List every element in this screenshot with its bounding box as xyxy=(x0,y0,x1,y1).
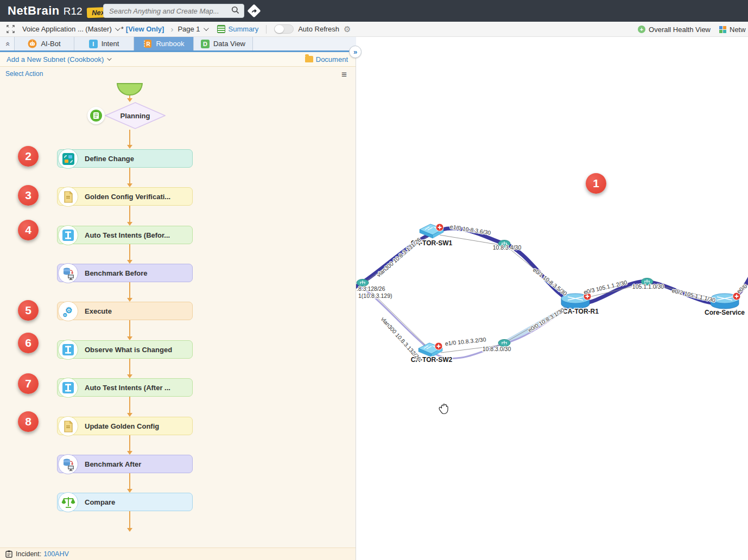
panel-tabs: » AI-Bot I Intent R Runbook D Data View xyxy=(0,37,356,52)
flow-arrow xyxy=(129,320,130,336)
incident-bar: Incident: 100AHV xyxy=(0,548,356,560)
intent-icon xyxy=(58,225,78,245)
flow-arrowhead xyxy=(127,98,132,102)
link-label: 10.8.3.4/30 xyxy=(493,244,522,251)
flow-arrow xyxy=(129,359,130,374)
menu-icon[interactable]: ≡ xyxy=(341,69,347,80)
flow-arrowhead xyxy=(127,413,132,417)
link-label: e0/0 10.8.3.1/30 xyxy=(527,307,565,333)
search-icon[interactable] xyxy=(231,6,239,16)
flow-arrowhead xyxy=(127,489,132,493)
intent-icon xyxy=(58,378,78,398)
annotation-badge-3: 3 xyxy=(18,185,39,206)
runbook-step-observe-what-is-changed[interactable]: Observe What is Changed xyxy=(57,340,193,359)
intent-icon xyxy=(58,340,78,360)
tab-label: AI-Bot xyxy=(41,40,60,48)
alert-plus-icon xyxy=(436,224,443,231)
data-view-icon: D xyxy=(201,40,210,48)
flow-arrowhead xyxy=(127,336,132,340)
step-label: Auto Test Intents (After ... xyxy=(85,384,170,392)
overall-health-icon[interactable]: + xyxy=(638,26,645,33)
view-only-label[interactable]: [View Only] xyxy=(126,25,164,33)
network-grid-icon[interactable] xyxy=(719,26,726,33)
summary-icon[interactable] xyxy=(217,25,225,33)
search-input[interactable] xyxy=(104,7,231,15)
collapse-panel-icon[interactable]: » xyxy=(0,37,14,50)
global-search[interactable] xyxy=(103,4,244,18)
doc-icon xyxy=(58,187,78,207)
planning-label: Planning xyxy=(105,102,166,129)
annotation-badge-4: 4 xyxy=(18,220,39,240)
runbook-panel: Add a New Subnet (Cookbook) Document Sel… xyxy=(0,52,356,560)
step-label: Benchmark Before xyxy=(85,269,148,277)
device-label: CA-TOR-R1 xyxy=(563,308,599,315)
ai-bot-icon xyxy=(28,39,37,48)
logo-version: R12 xyxy=(64,5,83,17)
flow-arrow xyxy=(129,473,130,489)
annotation-badge-2: 2 xyxy=(18,146,39,167)
link-label: 105.1.1.0/30 xyxy=(632,283,664,290)
network-link[interactable]: Netw xyxy=(730,26,748,34)
add-subnet-dropdown[interactable]: Add a New Subnet (Cookbook) xyxy=(7,55,110,63)
incident-icon xyxy=(5,550,12,558)
flow-start-node[interactable] xyxy=(117,83,143,96)
annotation-badge-5: 5 xyxy=(18,300,39,321)
compare-icon xyxy=(58,492,78,512)
flow-arrowhead xyxy=(127,183,132,187)
step-label: Golden Config Verificati... xyxy=(85,193,170,201)
document-link[interactable]: Document xyxy=(305,55,348,63)
runbook-step-benchmark-before[interactable]: Benchmark Before xyxy=(57,264,193,282)
planning-icon xyxy=(87,107,105,124)
folder-icon xyxy=(305,56,313,62)
share-map-icon[interactable] xyxy=(247,4,261,17)
expand-panel-icon[interactable]: » xyxy=(349,46,362,58)
runbook-step-golden-config-verificati[interactable]: Golden Config Verificati... xyxy=(57,187,193,206)
runbook-step-benchmark-after[interactable]: Benchmark After xyxy=(57,455,193,473)
tab-label: Runbook xyxy=(156,40,184,48)
flow-arrowhead xyxy=(127,260,132,264)
tab-ai-bot[interactable]: AI-Bot xyxy=(14,37,74,50)
runbook-step-execute[interactable]: ⚙⚙Execute xyxy=(57,302,193,320)
logo-text: NetBrain xyxy=(8,4,60,18)
map-title[interactable]: Voice Application ... (Master) xyxy=(22,25,112,33)
runbook-icon: R xyxy=(143,39,152,48)
flow-arrowhead xyxy=(127,222,132,226)
incident-id-link[interactable]: 100AHV xyxy=(43,550,69,558)
page-chevron-icon[interactable] xyxy=(204,26,209,31)
netbrain-app: NetBrain R12 Next-Gen Voice Application … xyxy=(0,0,748,560)
link-label: e0/1 10.8.3.5/30 xyxy=(532,266,568,297)
summary-link[interactable]: Summary xyxy=(229,25,259,33)
map-canvas[interactable]: CA-TOR-SW1CA-TOR-SW2CA-TOR-R1Core-Servic… xyxy=(356,37,748,560)
link-label: .8.3.128/26 xyxy=(357,285,385,292)
runbook-step-auto-test-intents-befor[interactable]: Auto Test Intents (Befor... xyxy=(57,226,193,244)
flow-planning-diamond[interactable]: Planning xyxy=(105,102,166,129)
step-label: Compare xyxy=(85,498,115,506)
auto-refresh-toggle[interactable] xyxy=(274,24,294,34)
map-title-chevron-icon[interactable] xyxy=(115,26,121,31)
flow-arrowhead xyxy=(127,374,132,378)
runbook-step-compare[interactable]: Compare xyxy=(57,493,193,511)
auto-refresh-label: Auto Refresh xyxy=(298,25,339,33)
svg-text:⚙: ⚙ xyxy=(62,312,67,318)
runbook-step-update-golden-config[interactable]: Update Golden Config xyxy=(57,417,193,435)
overall-health-link[interactable]: Overall Health View xyxy=(649,26,711,34)
alert-plus-icon xyxy=(435,342,442,350)
select-action-link[interactable]: Select Action xyxy=(5,70,43,78)
flow-arrow xyxy=(129,282,130,298)
runbook-step-auto-test-intents-after[interactable]: Auto Test Intents (After ... xyxy=(57,378,193,397)
incident-label: Incident: xyxy=(16,550,41,558)
tab-intent[interactable]: I Intent xyxy=(74,37,134,50)
tab-data-view[interactable]: D Data View xyxy=(193,37,253,50)
top-bar: NetBrain R12 Next-Gen xyxy=(0,0,748,22)
annotation-badge-8: 8 xyxy=(18,411,39,432)
auto-refresh-settings-icon[interactable]: ⚙ xyxy=(344,24,351,34)
tab-runbook[interactable]: R Runbook xyxy=(134,37,193,50)
page-selector[interactable]: Page 1 xyxy=(178,25,200,33)
fit-screen-icon[interactable] xyxy=(7,25,15,33)
benchmark-icon xyxy=(58,263,78,283)
modified-star: * xyxy=(121,25,124,33)
runbook-header: Add a New Subnet (Cookbook) Document xyxy=(0,52,356,67)
runbook-step-define-change[interactable]: Define Change xyxy=(57,149,193,168)
link-label: e0/2 105.1.1.1/30 xyxy=(671,287,716,303)
device-label: Core-Service xyxy=(705,309,745,316)
